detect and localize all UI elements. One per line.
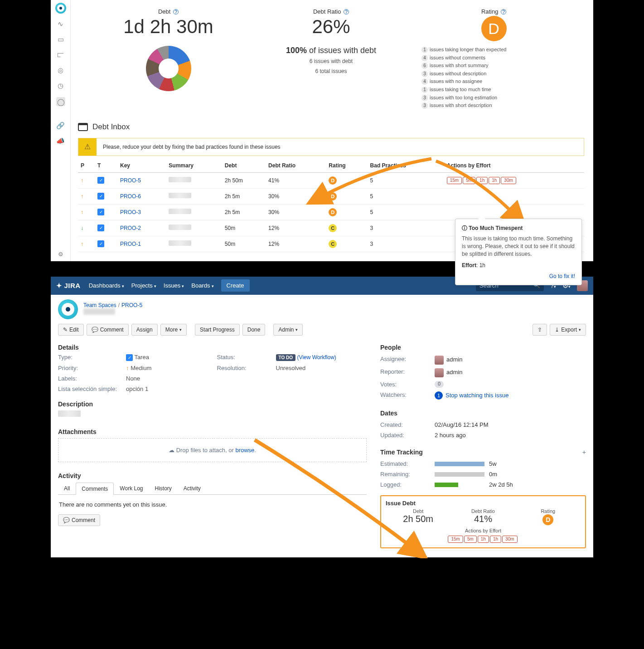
help-icon[interactable]: ? [501, 9, 506, 15]
debt-cause-item[interactable]: 4issues without comments [421, 54, 575, 62]
col-summary[interactable]: Summary [166, 159, 222, 173]
project-avatar-icon[interactable] [58, 299, 78, 319]
issue-debt-box: Issue Debt Debt2h 50m Debt Ratio41% Rati… [380, 495, 586, 548]
created-label: Created: [380, 421, 435, 428]
help-icon[interactable]: ? [173, 9, 179, 15]
issue-debt-heading: Issue Debt [386, 500, 581, 507]
debt-cause-item[interactable]: 3issues without description [421, 70, 575, 78]
task-type-icon: ✓ [126, 354, 133, 361]
type-cell: ✓ [95, 188, 117, 204]
issue-key-link[interactable]: PROO-3 [120, 209, 141, 215]
effort-pill[interactable]: 1h [489, 177, 500, 184]
table-row: ↑✓PROO-62h 5m30%D5 [78, 188, 584, 204]
tab-all[interactable]: All [58, 482, 76, 494]
chart-icon[interactable]: ⫍ [56, 51, 65, 60]
done-button[interactable]: Done [242, 324, 266, 336]
debt-cause-item[interactable]: 3issues with short description [421, 102, 575, 110]
effort-pill[interactable]: 15m [447, 177, 462, 184]
type-cell: ✓ [95, 172, 117, 188]
people-heading: People [380, 344, 586, 351]
issue-ratio-value: 41% [450, 514, 515, 524]
issue-toolbar: ✎ Edit 💬 Comment Assign More▾ Start Prog… [51, 321, 593, 340]
nav-create-button[interactable]: Create [221, 279, 250, 292]
attachments-dropzone[interactable]: ☁︎ Drop files to attach, or browse. [58, 438, 367, 462]
issue-key-link[interactable]: PROO-2 [120, 225, 141, 231]
rating-cell: D [326, 204, 367, 220]
gear-icon[interactable]: ⚙ [51, 251, 71, 258]
browse-link[interactable]: browse [235, 447, 254, 454]
issue-rating-badge: D [542, 514, 553, 525]
col-ratio[interactable]: Debt Ratio [266, 159, 326, 173]
issue-key-link[interactable]: PROO-1 [120, 241, 141, 247]
activity-icon[interactable]: ∿ [56, 20, 65, 29]
debt-cause-item[interactable]: 1issues taking longer than expected [421, 46, 575, 54]
settings-ring-icon[interactable]: ◯ [56, 97, 65, 106]
col-rating[interactable]: Rating [326, 159, 367, 173]
col-debt[interactable]: Debt [222, 159, 266, 173]
effort-pill[interactable]: 30m [501, 177, 516, 184]
view-workflow-link[interactable]: (View Workflow) [297, 354, 336, 361]
project-logo-icon[interactable] [55, 3, 66, 14]
debt-cause-item[interactable]: 1issues taking too much time [421, 86, 575, 94]
megaphone-icon[interactable]: 📣 [56, 137, 65, 146]
jira-issue-panel: JIRA Dashboards▾ Projects▾ Issues▾ Board… [50, 276, 594, 558]
tooltip-fix-link[interactable]: Go to fix it! [549, 273, 575, 279]
priority-label: Priority: [58, 365, 126, 371]
debt-cause-item[interactable]: 3issues with too long estimation [421, 94, 575, 102]
add-time-icon[interactable]: + [582, 449, 586, 456]
tab-activity[interactable]: Activity [178, 482, 207, 494]
issues-with-debt-count: 6 issues with debt [250, 57, 412, 65]
debt-cell: 50m [222, 220, 266, 236]
nav-boards[interactable]: Boards▾ [191, 282, 213, 289]
col-bad-practices[interactable]: Bad Practices [368, 159, 444, 173]
priority-cell: ↑ [78, 172, 95, 188]
edit-button[interactable]: ✎ Edit [58, 324, 84, 336]
link-icon[interactable]: 🔗 [56, 122, 65, 131]
start-progress-button[interactable]: Start Progress [195, 324, 240, 336]
target-icon[interactable]: ◎ [56, 66, 65, 75]
nav-issues[interactable]: Issues▾ [164, 282, 184, 289]
add-comment-button[interactable]: 💬 Comment [58, 514, 100, 526]
effort-pill[interactable]: 1h [478, 536, 489, 543]
effort-pill[interactable]: 5m [464, 536, 477, 543]
col-key[interactable]: Key [117, 159, 166, 173]
issue-key-link[interactable]: PROO-6 [120, 193, 141, 200]
col-priority[interactable]: P [78, 159, 95, 173]
nav-projects[interactable]: Projects▾ [131, 282, 156, 289]
breadcrumb-space[interactable]: Team Spaces [83, 302, 116, 308]
share-button[interactable]: ⇪ [533, 324, 547, 336]
nav-dashboards[interactable]: Dashboards▾ [89, 282, 124, 289]
debt-cause-item[interactable]: 6issues with short summary [421, 62, 575, 70]
issue-debt-label: Debt [386, 508, 450, 514]
jira-logo[interactable]: JIRA [56, 282, 81, 290]
tab-comments[interactable]: Comments [76, 483, 114, 495]
stop-watching-link[interactable]: Stop watching this issue [445, 392, 508, 399]
help-icon[interactable]: ? [344, 9, 349, 15]
col-actions[interactable]: Actions by Effort [444, 159, 584, 173]
admin-button[interactable]: Admin▾ [273, 324, 303, 336]
effort-pill[interactable]: 30m [502, 536, 517, 543]
metric-rating-label: Rating [481, 8, 499, 15]
effort-pill[interactable]: 1h [490, 536, 501, 543]
metrics-row: Debt ? 1d 2h 30m Debt Ratio ? 26% Rating… [51, 0, 593, 46]
effort-pill[interactable]: 5m [463, 177, 475, 184]
clock-icon[interactable]: ◷ [56, 82, 65, 91]
tooltip-title: Too Much Timespent [462, 224, 575, 232]
rating-cell: D [326, 188, 367, 204]
more-button[interactable]: More▾ [160, 324, 187, 336]
effort-pill[interactable]: 15m [448, 536, 463, 543]
export-button[interactable]: ⤓ Export▾ [550, 324, 586, 336]
effort-pill[interactable]: 1h [476, 177, 488, 184]
activity-tabs: All Comments Work Log History Activity [58, 482, 367, 495]
col-type[interactable]: T [95, 159, 117, 173]
folder-icon[interactable]: ▭ [56, 35, 65, 44]
debt-cause-item[interactable]: 4issues with no assignee [421, 78, 575, 86]
issue-key-link[interactable]: PROO-5 [120, 177, 141, 184]
tab-worklog[interactable]: Work Log [114, 482, 149, 494]
rating-cell: C [326, 236, 367, 252]
issue-effort-pills: 15m5m1h1h30m [386, 535, 581, 543]
tab-history[interactable]: History [149, 482, 178, 494]
assign-button[interactable]: Assign [131, 324, 158, 336]
breadcrumb-issue-key[interactable]: PROO-5 [121, 302, 142, 308]
comment-button[interactable]: 💬 Comment [87, 324, 129, 336]
